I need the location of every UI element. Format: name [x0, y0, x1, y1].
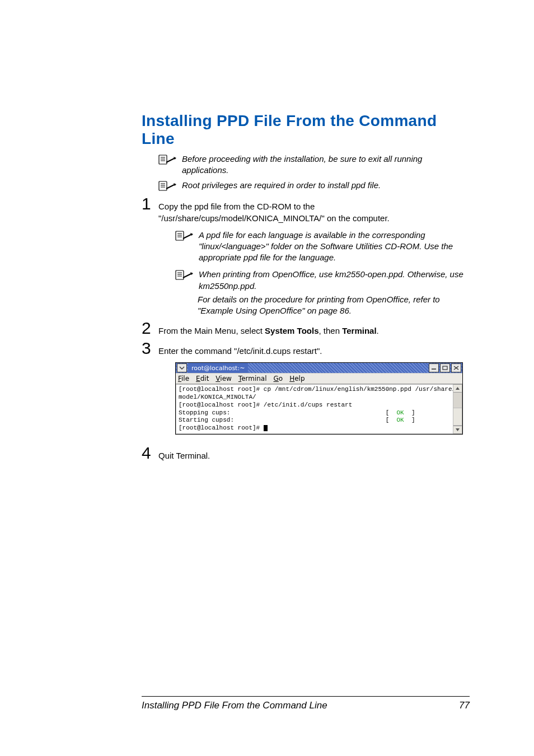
- footer-divider: [142, 696, 470, 697]
- terminal-menubar: File Edit View Terminal Go Help: [176, 373, 462, 384]
- step-number: 1: [142, 195, 158, 212]
- step-1-note-b: When printing from OpenOffice, use km255…: [175, 269, 470, 292]
- bracket: ]: [404, 409, 415, 416]
- page-footer: Installing PPD File From the Command Lin…: [142, 696, 470, 711]
- terminal-output[interactable]: [root@localhost root]# cp /mnt/cdrom/lin…: [176, 384, 453, 434]
- note-icon: [175, 231, 193, 242]
- terminal-line: Stopping cups:: [179, 409, 230, 416]
- terminal-scrollbar[interactable]: [453, 384, 462, 434]
- terminal-line: [root@localhost root]# cp /mnt/cdrom/lin…: [179, 386, 453, 393]
- note-before-proceeding: Before proceeding with the installation,…: [158, 153, 470, 176]
- menu-file[interactable]: File: [178, 375, 189, 382]
- svg-rect-8: [176, 231, 184, 240]
- scroll-thumb[interactable]: [453, 408, 462, 426]
- svg-rect-4: [159, 181, 167, 190]
- menu-help[interactable]: Help: [289, 375, 305, 382]
- page: Installing PPD File From the Command Lin…: [0, 0, 534, 756]
- close-button[interactable]: [451, 363, 461, 372]
- step-text: From the Main Menu, select System Tools,…: [158, 325, 379, 337]
- menu-terminal[interactable]: Terminal: [238, 375, 267, 382]
- scroll-track[interactable]: [453, 393, 462, 426]
- page-number: 77: [459, 700, 470, 711]
- menu-go[interactable]: Go: [274, 375, 283, 382]
- note-root-privileges: Root privileges are required in order to…: [158, 180, 470, 192]
- window-menu-button[interactable]: [177, 363, 187, 372]
- bracket: ]: [404, 417, 415, 423]
- note-icon: [158, 181, 176, 192]
- terminal-line: Starting cupsd:: [179, 417, 234, 423]
- note-text: Root privileges are required in order to…: [182, 180, 381, 191]
- step-1: 1 Copy the ppd file from the CD-ROM to t…: [142, 195, 470, 224]
- step-4: 4 Quit Terminal.: [142, 445, 470, 461]
- section-heading: Installing PPD File From the Command Lin…: [142, 112, 470, 148]
- step-text: Copy the ppd file from the CD-ROM to the…: [158, 200, 470, 224]
- maximize-button[interactable]: [440, 363, 450, 372]
- svg-rect-0: [159, 155, 167, 164]
- text: , then: [319, 326, 343, 335]
- terminal-window: root@localhost:~ File Edit View Terminal…: [175, 362, 463, 435]
- step-3: 3 Enter the command "/etc/init.d.cups re…: [142, 340, 470, 357]
- step-1-note-a: A ppd file for each language is availabl…: [175, 230, 470, 264]
- step-number: 2: [142, 320, 158, 337]
- scroll-up-button[interactable]: [453, 385, 462, 393]
- footer-title: Installing PPD File From the Command Lin…: [142, 700, 327, 711]
- bold-text: System Tools: [265, 326, 318, 335]
- status-ok: OK: [396, 409, 404, 416]
- note-text: A ppd file for each language is availabl…: [199, 230, 470, 264]
- note-icon: [175, 270, 193, 281]
- step-text: Enter the command "/etc/init.d.cups rest…: [158, 345, 322, 357]
- minimize-button[interactable]: [429, 363, 439, 372]
- menu-view[interactable]: View: [216, 375, 231, 382]
- terminal-line: [root@localhost root]#: [179, 424, 264, 431]
- bracket: [: [386, 409, 397, 416]
- bracket: [: [386, 417, 397, 423]
- step-number: 3: [142, 340, 158, 357]
- text: From the Main Menu, select: [158, 326, 265, 335]
- step-1-note-b-continued: For details on the procedure for printin…: [198, 294, 466, 317]
- note-icon: [158, 155, 176, 166]
- terminal-title: root@localhost:~: [188, 363, 248, 373]
- note-text: Before proceeding with the installation,…: [182, 153, 470, 176]
- svg-rect-12: [176, 270, 184, 279]
- step-2: 2 From the Main Menu, select System Tool…: [142, 320, 470, 337]
- terminal-titlebar: root@localhost:~: [176, 363, 462, 373]
- bold-text: Terminal: [342, 326, 376, 335]
- text: .: [377, 326, 379, 335]
- scroll-down-button[interactable]: [453, 426, 462, 433]
- status-ok: OK: [397, 417, 404, 423]
- step-text: Quit Terminal.: [158, 450, 210, 461]
- menu-edit[interactable]: Edit: [196, 375, 209, 382]
- terminal-line: [root@localhost root]# /etc/init.d/cups …: [179, 402, 352, 408]
- cursor-icon: [264, 425, 268, 431]
- note-text: When printing from OpenOffice, use km255…: [199, 269, 470, 292]
- terminal-line: model/KONICA_MINOLTA/: [179, 394, 256, 400]
- svg-rect-17: [443, 366, 447, 370]
- step-number: 4: [142, 445, 158, 461]
